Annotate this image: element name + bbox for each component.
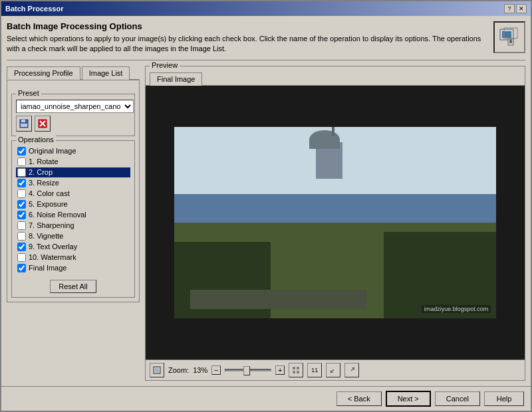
op-item-sharpening[interactable]: 7. Sharpening (16, 221, 130, 231)
operations-group: Operations Original Image 1. Rotate (11, 140, 135, 298)
window-title: Batch Processor (5, 5, 63, 13)
op-checkbox-watermark[interactable] (17, 253, 26, 262)
delete-icon (38, 119, 47, 128)
zoom-11-btn[interactable]: 11 (307, 363, 322, 377)
fit-icon (153, 366, 161, 374)
op-label-crop: 2. Crop (29, 168, 53, 176)
op-item-watermark[interactable]: 10. Watermark (16, 253, 130, 262)
preview-image-area: imadziyue.blogspot.com (146, 86, 525, 360)
op-label-original: Original Image (29, 147, 76, 155)
zoom-slider[interactable] (225, 369, 271, 371)
operations-list: Original Image 1. Rotate 2. Crop (16, 146, 130, 273)
main-area: Processing Profile Image List Preset iam… (7, 66, 525, 381)
zoom-in-icon (348, 366, 356, 374)
grid-view-btn[interactable] (289, 363, 303, 377)
zoom-value: 13% (193, 366, 207, 374)
svg-rect-1 (502, 31, 511, 38)
zoom-in-btn[interactable] (344, 363, 359, 377)
road-layer (190, 290, 367, 309)
op-checkbox-colorcast[interactable] (17, 189, 26, 198)
preview-toolbar: Zoom: 13% − + (146, 360, 525, 380)
op-label-textoverlay: 9. Text Overlay (29, 243, 77, 251)
op-item-vignette[interactable]: 8. Vignette (16, 231, 130, 241)
preview-group: Preview Final Image (145, 66, 525, 381)
op-item-noise[interactable]: 6. Noise Removal (16, 210, 130, 220)
op-label-sharpening: 7. Sharpening (29, 221, 74, 229)
main-content: Batch Image Processing Options Select wh… (1, 16, 531, 386)
op-checkbox-vignette[interactable] (17, 232, 26, 241)
back-button[interactable]: < Back (336, 391, 382, 406)
dome-layer (309, 130, 340, 149)
op-label-finalimage: Final Image (29, 264, 66, 272)
tab-container: Processing Profile Image List Preset iam… (7, 66, 140, 302)
op-item-crop[interactable]: 2. Crop (16, 167, 130, 177)
batch-processor-window: Batch Processor ? ✕ Batch Image Processi… (0, 0, 532, 412)
op-label-resize: 3. Resize (29, 179, 59, 187)
zoom-out-icon (329, 366, 337, 374)
tab-content: Preset iamao_unnoise_sharpen_cano (7, 80, 140, 302)
preview-group-label: Preview (150, 61, 180, 69)
svg-rect-9 (21, 124, 27, 127)
op-checkbox-crop[interactable] (17, 168, 26, 177)
svg-rect-17 (293, 371, 295, 373)
preview-tab-final-image[interactable]: Final Image (150, 72, 202, 86)
op-checkbox-resize[interactable] (17, 179, 26, 187)
close-title-btn[interactable]: ✕ (516, 4, 527, 13)
zoom-out-btn[interactable] (326, 363, 340, 377)
op-checkbox-exposure[interactable] (17, 200, 26, 209)
preview-image: imadziyue.blogspot.com (174, 127, 497, 319)
tab-image-list[interactable]: Image List (82, 66, 130, 80)
op-label-watermark: 10. Watermark (29, 253, 76, 261)
left-panel: Processing Profile Image List Preset iam… (7, 66, 140, 381)
reset-all-button[interactable]: Reset All (50, 280, 96, 293)
op-label-noise: 6. Noise Removal (29, 211, 86, 219)
watermark-text: imadziyue.blogspot.com (422, 305, 491, 313)
op-item-rotate[interactable]: 1. Rotate (16, 157, 130, 167)
help-title-btn[interactable]: ? (504, 4, 515, 13)
zoom-minus-btn[interactable]: − (211, 365, 221, 375)
svg-rect-18 (297, 371, 299, 373)
op-label-vignette: 8. Vignette (29, 232, 63, 240)
op-item-textoverlay[interactable]: 9. Text Overlay (16, 242, 130, 252)
header-text: Batch Image Processing Options Select wh… (7, 21, 487, 54)
tab-bar: Processing Profile Image List (7, 66, 140, 80)
svg-rect-15 (293, 367, 295, 369)
op-checkbox-rotate[interactable] (17, 157, 26, 166)
help-button[interactable]: Help (484, 391, 524, 406)
zoom-plus-btn[interactable]: + (275, 365, 285, 375)
op-checkbox-finalimage[interactable] (17, 264, 26, 272)
tab-processing-profile[interactable]: Processing Profile (7, 66, 80, 80)
op-label-colorcast: 4. Color cast (29, 189, 70, 197)
op-item-colorcast[interactable]: 4. Color cast (16, 189, 130, 199)
preset-buttons (16, 116, 130, 132)
op-item-resize[interactable]: 3. Resize (16, 178, 130, 188)
zoom-thumb[interactable] (243, 366, 250, 375)
fit-window-btn[interactable] (150, 363, 164, 377)
op-item-exposure[interactable]: 5. Exposure (16, 199, 130, 209)
op-item-original[interactable]: Original Image (16, 146, 130, 156)
grid-icon (292, 366, 300, 374)
op-checkbox-noise[interactable] (17, 211, 26, 219)
svg-rect-16 (297, 367, 299, 369)
header-section: Batch Image Processing Options Select wh… (7, 21, 525, 54)
svg-rect-8 (21, 120, 25, 122)
save-preset-btn[interactable] (16, 116, 32, 132)
cancel-button[interactable]: Cancel (435, 391, 480, 406)
preset-select[interactable]: iamao_unnoise_sharpen_cano (16, 100, 134, 113)
next-button[interactable]: Next > (386, 391, 431, 407)
op-checkbox-sharpening[interactable] (17, 221, 26, 230)
op-label-rotate: 1. Rotate (29, 157, 59, 165)
op-item-finalimage[interactable]: Final Image (16, 263, 130, 273)
svg-rect-14 (155, 368, 159, 372)
delete-preset-btn[interactable] (35, 116, 51, 132)
header-icon (493, 21, 525, 53)
zoom-label: Zoom: (168, 366, 189, 374)
op-checkbox-original[interactable] (17, 147, 26, 155)
op-checkbox-textoverlay[interactable] (17, 243, 26, 251)
zoom-slider-track (225, 369, 271, 371)
preset-row: iamao_unnoise_sharpen_cano (16, 100, 130, 113)
preset-group-label: Preset (16, 89, 41, 97)
header-title: Batch Image Processing Options (7, 21, 487, 31)
right-panel: Preview Final Image (145, 66, 525, 381)
header-divider (7, 60, 525, 60)
